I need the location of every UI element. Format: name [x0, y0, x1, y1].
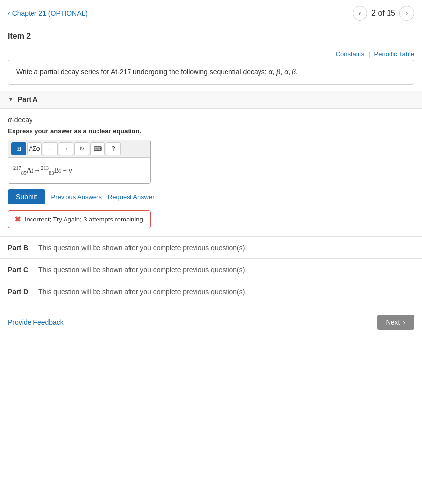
locked-parts-container: Part B This question will be shown after…	[0, 237, 422, 303]
part-d-message: This question will be shown after you co…	[38, 288, 247, 296]
keyboard-icon: ⌨	[94, 145, 102, 152]
back-link[interactable]: ‹ Chapter 21 (OPTIONAL)	[8, 9, 88, 17]
next-item-button[interactable]: ›	[399, 6, 414, 21]
help-button[interactable]: ?	[106, 142, 121, 155]
next-button[interactable]: Next ›	[377, 315, 414, 330]
part-a-section: ▼ Part A α-decay Express your answer as …	[0, 91, 422, 237]
express-label: Express your answer as a nuclear equatio…	[8, 127, 414, 135]
next-label: Next	[386, 318, 400, 326]
action-row: Submit Previous Answers Request Answer	[8, 189, 414, 204]
question-text-prefix: Write a partial decay series for At-217 …	[16, 68, 269, 76]
item-title-row: Item 2	[0, 27, 422, 46]
error-x-icon: ✖	[14, 215, 21, 224]
links-separator: |	[368, 50, 370, 58]
part-c-label: Part C	[8, 266, 32, 274]
chevron-right-icon: ›	[403, 318, 405, 326]
math-toolbar: ⊞ AΣφ ← → ↻ ⌨ ?	[8, 140, 150, 158]
collapse-triangle-icon: ▼	[8, 96, 14, 103]
reset-button[interactable]: ↻	[74, 142, 89, 155]
keyboard-button[interactable]: ⌨	[90, 142, 105, 155]
math-content: 21785At→21383Bi + ν	[13, 165, 72, 176]
part-d-label: Part D	[8, 288, 32, 296]
back-link-text: Chapter 21 (OPTIONAL)	[12, 9, 88, 17]
symbols-button[interactable]: AΣφ	[27, 142, 42, 155]
part-a-label: Part A	[18, 95, 38, 103]
decay-type: α-decay	[8, 116, 414, 124]
submit-button[interactable]: Submit	[8, 189, 45, 204]
sigma-icon: AΣφ	[29, 145, 40, 152]
error-message: Incorrect; Try Again; 3 attempts remaini…	[25, 216, 143, 223]
redo-icon: →	[63, 145, 69, 152]
question-box: Write a partial decay series for At-217 …	[8, 60, 414, 85]
nav-controls: ‹ 2 of 15 ›	[353, 6, 414, 21]
undo-icon: ←	[47, 145, 53, 152]
math-input-area[interactable]: 21785At→21383Bi + ν	[8, 158, 150, 183]
part-a-header[interactable]: ▼ Part A	[0, 91, 422, 109]
page-indicator: 2 of 15	[371, 9, 395, 18]
top-nav: ‹ Chapter 21 (OPTIONAL) ‹ 2 of 15 ›	[0, 0, 422, 27]
item-title: Item 2	[8, 32, 31, 40]
part-d-row: Part D This question will be shown after…	[0, 281, 422, 303]
question-mark-icon: ?	[112, 145, 115, 152]
footer-row: Provide Feedback Next ›	[0, 307, 422, 338]
grid-icon: ⊞	[16, 145, 21, 152]
periodic-table-link[interactable]: Periodic Table	[374, 50, 414, 58]
part-b-message: This question will be shown after you co…	[38, 244, 247, 252]
previous-answers-link[interactable]: Previous Answers	[51, 193, 102, 201]
math-input-container: ⊞ AΣφ ← → ↻ ⌨ ?	[8, 140, 151, 184]
part-c-row: Part C This question will be shown after…	[0, 259, 422, 281]
math-mode-button[interactable]: ⊞	[11, 142, 26, 155]
part-a-body: α-decay Express your answer as a nuclear…	[0, 109, 422, 236]
question-decays: α, β, α, β.	[269, 68, 298, 76]
constants-link[interactable]: Constants	[336, 50, 365, 58]
part-b-row: Part B This question will be shown after…	[0, 237, 422, 259]
reset-icon: ↻	[79, 145, 84, 152]
part-c-message: This question will be shown after you co…	[38, 266, 247, 274]
chevron-left-icon: ‹	[8, 9, 10, 17]
part-b-label: Part B	[8, 244, 32, 252]
provide-feedback-link[interactable]: Provide Feedback	[8, 318, 64, 326]
links-row: Constants | Periodic Table	[0, 46, 422, 60]
undo-button[interactable]: ←	[43, 142, 58, 155]
redo-button[interactable]: →	[59, 142, 73, 155]
error-box: ✖ Incorrect; Try Again; 3 attempts remai…	[8, 210, 151, 228]
request-answer-link[interactable]: Request Answer	[108, 193, 155, 201]
prev-item-button[interactable]: ‹	[353, 6, 367, 21]
